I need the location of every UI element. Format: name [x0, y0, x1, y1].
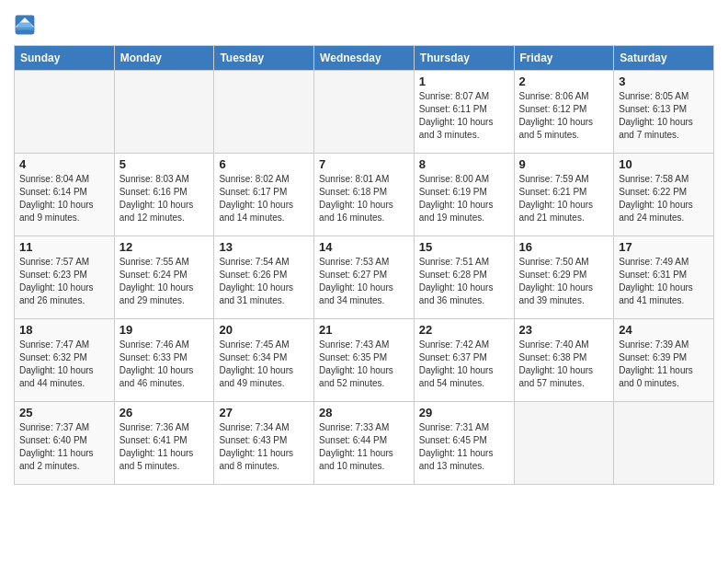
day-number: 6: [219, 157, 309, 171]
day-number: 9: [519, 157, 609, 171]
calendar-cell: 4Sunrise: 8:04 AMSunset: 6:14 PMDaylight…: [15, 154, 115, 236]
calendar-cell: 10Sunrise: 7:58 AMSunset: 6:22 PMDayligh…: [614, 154, 714, 236]
day-info: Sunrise: 7:59 AMSunset: 6:21 PMDaylight:…: [519, 173, 609, 224]
day-info: Sunrise: 7:49 AMSunset: 6:31 PMDaylight:…: [619, 256, 709, 307]
day-number: 11: [19, 240, 109, 254]
day-info: Sunrise: 8:01 AMSunset: 6:18 PMDaylight:…: [319, 173, 409, 224]
column-header-friday: Friday: [514, 46, 614, 71]
calendar-cell: 22Sunrise: 7:42 AMSunset: 6:37 PMDayligh…: [414, 319, 514, 402]
day-info: Sunrise: 7:34 AMSunset: 6:43 PMDaylight:…: [219, 421, 309, 473]
day-info: Sunrise: 8:03 AMSunset: 6:16 PMDaylight:…: [119, 173, 210, 224]
calendar-cell: [214, 71, 314, 154]
calendar-week-4: 18Sunrise: 7:47 AMSunset: 6:32 PMDayligh…: [15, 319, 714, 402]
day-info: Sunrise: 7:46 AMSunset: 6:33 PMDaylight:…: [119, 339, 210, 390]
day-info: Sunrise: 7:51 AMSunset: 6:28 PMDaylight:…: [419, 256, 509, 307]
day-info: Sunrise: 7:55 AMSunset: 6:24 PMDaylight:…: [119, 256, 210, 307]
day-number: 29: [419, 406, 509, 419]
calendar-cell: 16Sunrise: 7:50 AMSunset: 6:29 PMDayligh…: [514, 236, 614, 319]
day-number: 19: [119, 323, 210, 337]
calendar-cell: [114, 71, 214, 154]
calendar-week-5: 25Sunrise: 7:37 AMSunset: 6:40 PMDayligh…: [15, 402, 714, 485]
day-number: 10: [619, 157, 709, 171]
calendar-cell: 1Sunrise: 8:07 AMSunset: 6:11 PMDaylight…: [414, 71, 514, 154]
calendar-cell: 28Sunrise: 7:33 AMSunset: 6:44 PMDayligh…: [314, 402, 415, 485]
calendar-cell: 27Sunrise: 7:34 AMSunset: 6:43 PMDayligh…: [214, 402, 314, 485]
day-info: Sunrise: 7:31 AMSunset: 6:45 PMDaylight:…: [419, 421, 509, 473]
day-number: 15: [419, 240, 509, 254]
day-number: 18: [19, 323, 109, 337]
calendar-cell: 14Sunrise: 7:53 AMSunset: 6:27 PMDayligh…: [314, 236, 415, 319]
calendar-cell: 12Sunrise: 7:55 AMSunset: 6:24 PMDayligh…: [114, 236, 214, 319]
day-number: 23: [519, 323, 609, 337]
day-info: Sunrise: 7:54 AMSunset: 6:26 PMDaylight:…: [219, 256, 309, 307]
calendar-cell: 20Sunrise: 7:45 AMSunset: 6:34 PMDayligh…: [214, 319, 314, 402]
day-number: 3: [619, 75, 709, 88]
calendar-cell: [614, 402, 714, 485]
day-number: 14: [319, 240, 409, 254]
calendar-cell: 8Sunrise: 8:00 AMSunset: 6:19 PMDaylight…: [414, 154, 514, 236]
calendar-cell: 2Sunrise: 8:06 AMSunset: 6:12 PMDaylight…: [514, 71, 614, 154]
column-header-tuesday: Tuesday: [214, 46, 314, 71]
day-info: Sunrise: 7:47 AMSunset: 6:32 PMDaylight:…: [19, 339, 109, 390]
day-number: 1: [419, 75, 509, 88]
calendar-table: SundayMondayTuesdayWednesdayThursdayFrid…: [14, 45, 714, 485]
day-number: 27: [219, 406, 309, 419]
calendar-cell: 3Sunrise: 8:05 AMSunset: 6:13 PMDaylight…: [614, 71, 714, 154]
calendar-cell: 23Sunrise: 7:40 AMSunset: 6:38 PMDayligh…: [514, 319, 614, 402]
day-info: Sunrise: 7:37 AMSunset: 6:40 PMDaylight:…: [19, 421, 109, 473]
day-number: 12: [119, 240, 210, 254]
calendar-cell: 18Sunrise: 7:47 AMSunset: 6:32 PMDayligh…: [15, 319, 115, 402]
calendar-cell: 25Sunrise: 7:37 AMSunset: 6:40 PMDayligh…: [15, 402, 115, 485]
day-number: 22: [419, 323, 509, 337]
calendar-week-2: 4Sunrise: 8:04 AMSunset: 6:14 PMDaylight…: [15, 154, 714, 236]
calendar-week-1: 1Sunrise: 8:07 AMSunset: 6:11 PMDaylight…: [15, 71, 714, 154]
day-number: 21: [319, 323, 409, 337]
calendar-cell: 26Sunrise: 7:36 AMSunset: 6:41 PMDayligh…: [114, 402, 214, 485]
day-number: 4: [19, 157, 109, 171]
calendar-cell: 21Sunrise: 7:43 AMSunset: 6:35 PMDayligh…: [314, 319, 415, 402]
day-info: Sunrise: 8:02 AMSunset: 6:17 PMDaylight:…: [219, 173, 309, 224]
day-number: 28: [319, 406, 409, 419]
calendar-header-row: SundayMondayTuesdayWednesdayThursdayFrid…: [15, 46, 714, 71]
day-number: 17: [619, 240, 709, 254]
logo: [14, 14, 40, 36]
calendar-cell: 13Sunrise: 7:54 AMSunset: 6:26 PMDayligh…: [214, 236, 314, 319]
logo-icon: [14, 14, 36, 36]
calendar-cell: 6Sunrise: 8:02 AMSunset: 6:17 PMDaylight…: [214, 154, 314, 236]
day-number: 25: [19, 406, 109, 419]
calendar-cell: 19Sunrise: 7:46 AMSunset: 6:33 PMDayligh…: [114, 319, 214, 402]
calendar-week-3: 11Sunrise: 7:57 AMSunset: 6:23 PMDayligh…: [15, 236, 714, 319]
column-header-wednesday: Wednesday: [314, 46, 415, 71]
calendar-cell: [314, 71, 415, 154]
day-info: Sunrise: 8:06 AMSunset: 6:12 PMDaylight:…: [519, 90, 609, 142]
day-info: Sunrise: 7:45 AMSunset: 6:34 PMDaylight:…: [219, 339, 309, 390]
page-header: [14, 14, 714, 36]
day-info: Sunrise: 8:07 AMSunset: 6:11 PMDaylight:…: [419, 90, 509, 142]
column-header-sunday: Sunday: [15, 46, 115, 71]
calendar-cell: 24Sunrise: 7:39 AMSunset: 6:39 PMDayligh…: [614, 319, 714, 402]
day-number: 8: [419, 157, 509, 171]
day-info: Sunrise: 7:53 AMSunset: 6:27 PMDaylight:…: [319, 256, 409, 307]
calendar-cell: [15, 71, 115, 154]
day-info: Sunrise: 8:05 AMSunset: 6:13 PMDaylight:…: [619, 90, 709, 142]
day-number: 2: [519, 75, 609, 88]
calendar-cell: 7Sunrise: 8:01 AMSunset: 6:18 PMDaylight…: [314, 154, 415, 236]
day-info: Sunrise: 7:57 AMSunset: 6:23 PMDaylight:…: [19, 256, 109, 307]
day-info: Sunrise: 7:50 AMSunset: 6:29 PMDaylight:…: [519, 256, 609, 307]
calendar-cell: 17Sunrise: 7:49 AMSunset: 6:31 PMDayligh…: [614, 236, 714, 319]
calendar-cell: [514, 402, 614, 485]
calendar-cell: 9Sunrise: 7:59 AMSunset: 6:21 PMDaylight…: [514, 154, 614, 236]
day-number: 5: [119, 157, 210, 171]
day-info: Sunrise: 7:40 AMSunset: 6:38 PMDaylight:…: [519, 339, 609, 390]
day-info: Sunrise: 7:42 AMSunset: 6:37 PMDaylight:…: [419, 339, 509, 390]
day-info: Sunrise: 7:39 AMSunset: 6:39 PMDaylight:…: [619, 339, 709, 390]
column-header-thursday: Thursday: [414, 46, 514, 71]
calendar-cell: 15Sunrise: 7:51 AMSunset: 6:28 PMDayligh…: [414, 236, 514, 319]
day-info: Sunrise: 7:43 AMSunset: 6:35 PMDaylight:…: [319, 339, 409, 390]
day-number: 7: [319, 157, 409, 171]
day-number: 26: [119, 406, 210, 419]
day-info: Sunrise: 8:04 AMSunset: 6:14 PMDaylight:…: [19, 173, 109, 224]
day-number: 24: [619, 323, 709, 337]
day-info: Sunrise: 7:58 AMSunset: 6:22 PMDaylight:…: [619, 173, 709, 224]
day-number: 20: [219, 323, 309, 337]
